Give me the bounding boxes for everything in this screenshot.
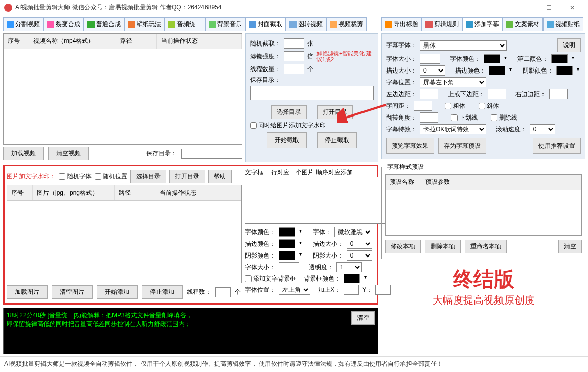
rand-font-checkbox[interactable]: 随机字体 — [59, 172, 92, 181]
addx-input[interactable] — [344, 285, 359, 295]
rule-icon — [425, 21, 433, 28]
preset-rename-button[interactable]: 重命名本项 — [465, 240, 507, 253]
bold-checkbox[interactable]: 粗体 — [445, 102, 465, 110]
rand-pos-checkbox[interactable]: 随机位置 — [95, 172, 127, 181]
start-add-button[interactable]: 开始添加 — [97, 285, 138, 299]
cover-panel: 随机截取：张 滤镜强度：倍鲜艳滤镜+智能美化 建议1或2 线程数量：个 保存目录… — [245, 33, 378, 162]
sub-top-input[interactable] — [488, 89, 506, 99]
sub-stroke-color-picker[interactable] — [489, 66, 505, 75]
sub-rotate-input[interactable] — [420, 112, 438, 123]
sticker-icon — [547, 21, 554, 28]
sub-shadow-color-picker[interactable] — [556, 66, 573, 75]
convert-icon — [289, 21, 297, 28]
sub-color-picker[interactable] — [484, 54, 500, 63]
video-grid[interactable]: 序号 视频名称（mp4格式） 路径 当前操作状态 — [3, 33, 242, 145]
col-status: 当前操作状态 — [157, 34, 242, 49]
close-button[interactable]: ✕ — [560, 0, 584, 15]
shadow-size-select[interactable]: 0 — [347, 250, 372, 261]
tab-copy-material[interactable]: 文案素材 — [503, 17, 543, 31]
start-capture-button[interactable]: 开始截取 — [267, 132, 307, 148]
tab-edit-rule[interactable]: 剪辑规则 — [422, 17, 462, 31]
cut-icon — [7, 21, 14, 28]
font-select[interactable]: 微软雅黑 — [334, 227, 372, 237]
load-video-button[interactable]: 加载视频 — [3, 147, 44, 160]
tab-export-title[interactable]: 导出标题 — [381, 17, 422, 31]
audio-icon — [168, 21, 175, 28]
tab-cover[interactable]: 封面截取 — [245, 17, 286, 31]
filter-input[interactable] — [284, 51, 304, 61]
opacity-select[interactable]: 1 — [336, 262, 362, 272]
wm-open-dir-button[interactable]: 打开目录 — [169, 170, 205, 183]
strike-checkbox[interactable]: 删除线 — [491, 113, 517, 122]
play-icon — [87, 21, 95, 28]
underline-checkbox[interactable]: 下划线 — [451, 113, 478, 122]
window-title: AI视频批量剪辑大师 微信公众号：唐易视频批量剪辑 作者QQ：264246895… — [15, 3, 513, 12]
subtitle-icon — [466, 21, 473, 28]
clear-image-button[interactable]: 清空图片 — [52, 285, 93, 299]
preset-legend: 字幕样式预设 — [385, 162, 426, 171]
promo-text: 终结版 大幅度提高视频原创度 — [381, 265, 585, 307]
sub-speed-select[interactable]: 0 — [530, 124, 555, 134]
log-clear-button[interactable]: 清空 — [351, 311, 375, 325]
stop-capture-button[interactable]: 停止截取 — [317, 132, 357, 148]
rand-cap-input[interactable] — [284, 38, 304, 49]
wm-font-size-input[interactable] — [279, 262, 299, 272]
wall-icon — [128, 21, 135, 28]
preset-delete-button[interactable]: 删除本项 — [425, 240, 461, 253]
italic-checkbox[interactable]: 斜体 — [479, 102, 499, 110]
wm-help-button[interactable]: 帮助 — [208, 170, 232, 183]
load-image-button[interactable]: 加载图片 — [7, 285, 48, 299]
stroke-size-select[interactable]: 0 — [347, 239, 372, 249]
stroke-color-picker[interactable] — [279, 239, 295, 248]
explain-button[interactable]: 说明 — [557, 38, 581, 52]
threads-input[interactable] — [284, 64, 304, 74]
use-recommend-button[interactable]: 使用推荐设置 — [533, 138, 581, 154]
tab-wallpaper[interactable]: 壁纸玩法 — [124, 17, 165, 31]
sub-spacing-input[interactable] — [414, 101, 432, 111]
sub-right-input[interactable] — [549, 89, 568, 99]
preset-clear-button[interactable]: 清空 — [558, 240, 582, 253]
cover-open-dir-button[interactable]: 打开目录 — [317, 105, 353, 119]
wm-threads-input[interactable] — [215, 287, 231, 297]
maximize-button[interactable]: ☐ — [537, 0, 560, 15]
watermark-title: 图片加文字水印： — [7, 172, 56, 181]
clear-video-button[interactable]: 清空视频 — [48, 147, 89, 160]
sub-font-select[interactable]: 黑体 — [420, 40, 507, 51]
tab-split[interactable]: 分割视频 — [3, 17, 43, 31]
cover-savedir-input[interactable] — [250, 86, 374, 100]
stop-add-button[interactable]: 停止添加 — [142, 285, 183, 299]
preset-grid[interactable]: 预设名称 预设参数 — [385, 174, 582, 236]
watermark-text-input[interactable] — [245, 177, 391, 224]
sub-stroke-select[interactable]: 0 — [420, 65, 445, 76]
tab-bgm[interactable]: 背景音乐 — [205, 17, 245, 31]
sub-color2-picker[interactable] — [551, 54, 568, 63]
image-grid[interactable]: 序号 图片（jpg、png格式） 路径 当前操作状态 — [7, 185, 242, 283]
font-color-picker[interactable] — [279, 227, 295, 237]
cover-select-dir-button[interactable]: 选择目录 — [271, 105, 307, 119]
tab-fission[interactable]: 裂变合成 — [43, 17, 84, 31]
preview-subtitle-button[interactable]: 预览字幕效果 — [386, 138, 434, 154]
minimize-button[interactable]: — — [513, 0, 537, 15]
sub-left-input[interactable] — [420, 89, 438, 99]
tab-img2vid[interactable]: 图转视频 — [286, 17, 326, 31]
tab-normal-merge[interactable]: 普通合成 — [84, 17, 124, 31]
bg-color-picker[interactable] — [344, 274, 360, 283]
sub-pos-select[interactable]: 屏幕左下角 — [420, 77, 486, 87]
sub-effect-select[interactable]: 卡拉OK歌词特效 — [420, 124, 486, 134]
sub-size-input[interactable] — [420, 54, 440, 64]
tab-crop[interactable]: 视频裁剪 — [326, 17, 367, 31]
col-name: 视频名称（mp4格式） — [29, 34, 116, 49]
cover-savedir-label: 保存目录： — [250, 76, 281, 84]
wm-select-dir-button[interactable]: 选择目录 — [130, 170, 166, 183]
add-bg-checkbox[interactable]: 添加文字背景框 — [245, 274, 296, 283]
preset-edit-button[interactable]: 修改本项 — [385, 240, 421, 253]
shadow-color-picker[interactable] — [279, 251, 295, 260]
tab-sticker[interactable]: 视频贴纸 — [543, 17, 583, 31]
font-pos-select[interactable]: 左上角 — [279, 285, 310, 295]
music-icon — [209, 21, 216, 28]
tab-audio[interactable]: 音频统一 — [165, 17, 205, 31]
save-dir-input[interactable] — [181, 149, 242, 159]
add-watermark-checkbox[interactable]: 同时给图片添加文字水印 — [250, 121, 326, 130]
tab-add-subtitle[interactable]: 添加字幕 — [462, 17, 503, 31]
save-preset-button[interactable]: 存为字幕预设 — [438, 138, 486, 154]
